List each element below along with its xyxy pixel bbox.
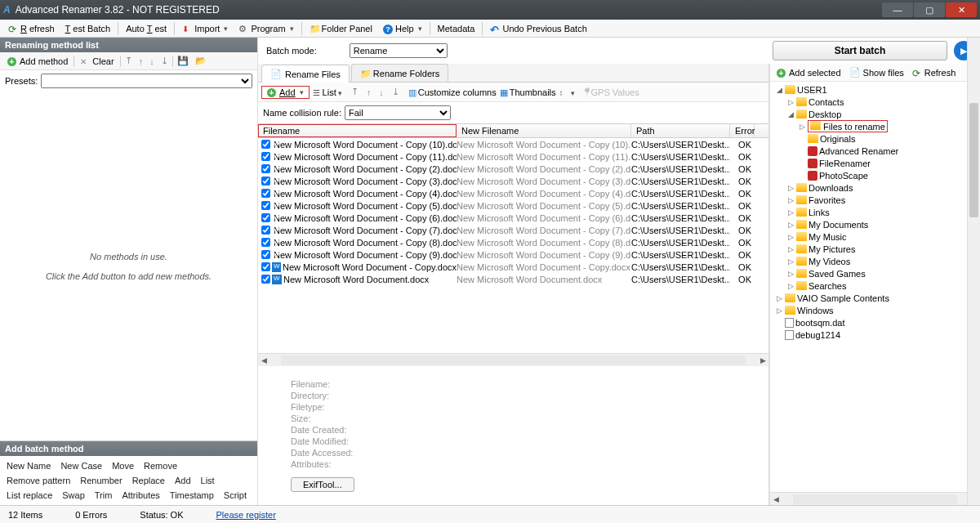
show-files-button[interactable]: 📄Show files bbox=[849, 67, 904, 78]
add-method-button[interactable]: Add method bbox=[3, 56, 72, 67]
file-row[interactable]: New Microsoft Word Document - Copy (3).d… bbox=[258, 175, 768, 187]
expand-icon[interactable]: ◢ bbox=[786, 110, 795, 118]
clear-methods-button[interactable]: Clear bbox=[76, 56, 118, 67]
tree-node[interactable]: ▷My Pictures bbox=[772, 243, 978, 255]
tree-node[interactable]: ▷Downloads bbox=[772, 181, 978, 194]
file-row[interactable]: New Microsoft Word Document - Copy (7).d… bbox=[258, 224, 768, 236]
import-menu[interactable]: Import bbox=[177, 23, 233, 34]
tree-node[interactable]: FileRenamer bbox=[772, 157, 978, 169]
row-checkbox[interactable] bbox=[261, 201, 270, 210]
col-filename[interactable]: Filename bbox=[258, 124, 457, 137]
tree-node[interactable]: ▷VAIO Sample Contents bbox=[772, 292, 978, 304]
expand-icon[interactable]: ▷ bbox=[786, 208, 795, 217]
tree-node[interactable]: ▷Favorites bbox=[772, 194, 978, 206]
tree-node[interactable]: ▷Saved Games bbox=[772, 267, 978, 279]
file-row[interactable]: New Microsoft Word Document - Copy.docxN… bbox=[258, 261, 768, 273]
refresh-button[interactable]: RRefreshefresh bbox=[3, 23, 60, 34]
expand-icon[interactable]: ◢ bbox=[775, 86, 783, 94]
expand-icon[interactable]: ▷ bbox=[786, 257, 795, 266]
batch-method-trim[interactable]: Trim bbox=[95, 490, 113, 500]
tab-rename-files[interactable]: 📄Rename Files bbox=[261, 65, 350, 83]
batch-method-new-name[interactable]: New Name bbox=[7, 461, 51, 471]
tree-node[interactable]: ◢USER1 bbox=[772, 83, 978, 96]
file-row[interactable]: New Microsoft Word Document - Copy (9).d… bbox=[258, 248, 768, 261]
row-checkbox[interactable] bbox=[261, 164, 270, 173]
save-method-icon[interactable]: 💾 bbox=[175, 56, 191, 66]
row-checkbox[interactable] bbox=[261, 140, 270, 149]
move-top-icon[interactable]: ⤒ bbox=[349, 87, 361, 97]
expand-icon[interactable]: ▷ bbox=[786, 98, 795, 106]
program-menu[interactable]: Program bbox=[234, 23, 298, 34]
expand-icon[interactable]: ▷ bbox=[786, 184, 795, 192]
batch-method-replace[interactable]: Replace bbox=[132, 476, 165, 485]
file-row[interactable]: New Microsoft Word Document - Copy (11).… bbox=[258, 150, 768, 163]
close-button[interactable]: ✕ bbox=[946, 2, 977, 17]
tree-node[interactable]: ▷My Music bbox=[772, 230, 978, 243]
batch-method-move[interactable]: Move bbox=[112, 461, 134, 471]
batch-method-attributes[interactable]: Attributes bbox=[122, 490, 159, 500]
batch-mode-select[interactable]: Rename bbox=[350, 43, 448, 58]
row-checkbox[interactable] bbox=[261, 275, 270, 284]
presets-select[interactable] bbox=[41, 74, 252, 88]
vertical-scrollbar[interactable] bbox=[967, 38, 980, 505]
move-bottom-icon[interactable]: ⤓ bbox=[390, 87, 402, 97]
tab-rename-folders[interactable]: Rename Folders bbox=[351, 64, 448, 82]
maximize-button[interactable]: ▢ bbox=[914, 2, 945, 17]
tree-node[interactable]: ▷My Documents bbox=[772, 218, 978, 230]
row-checkbox[interactable] bbox=[261, 238, 270, 247]
file-row[interactable]: New Microsoft Word Document - Copy (6).d… bbox=[258, 212, 768, 224]
tree-node[interactable]: bootsqm.dat bbox=[772, 316, 978, 329]
row-checkbox[interactable] bbox=[261, 226, 270, 235]
start-batch-button[interactable]: Start batch bbox=[773, 41, 947, 60]
file-row[interactable]: New Microsoft Word Document - Copy (5).d… bbox=[258, 199, 768, 212]
move-top-icon[interactable]: ⤒ bbox=[122, 56, 135, 66]
tree-node[interactable]: ▷Searches bbox=[772, 279, 978, 292]
gps-values-button[interactable]: GPS Values bbox=[581, 87, 639, 97]
please-register-link[interactable]: Please register bbox=[216, 510, 276, 520]
undo-button[interactable]: Undo Previous Batch bbox=[485, 23, 591, 34]
tree-node[interactable]: ▷ Files to rename bbox=[772, 120, 978, 132]
collision-select[interactable]: Fail bbox=[345, 105, 451, 120]
sort-menu[interactable] bbox=[559, 87, 575, 97]
expand-icon[interactable]: ▷ bbox=[786, 196, 795, 204]
col-new-filename[interactable]: New Filename bbox=[457, 124, 631, 137]
batch-method-remove-pattern[interactable]: Remove pattern bbox=[7, 476, 70, 485]
horizontal-scrollbar[interactable]: ◀▶ bbox=[258, 353, 768, 366]
tree-node[interactable]: ▷Contacts bbox=[772, 96, 978, 108]
row-checkbox[interactable] bbox=[261, 250, 270, 259]
tree-refresh-button[interactable]: Refresh bbox=[912, 68, 956, 78]
expand-icon[interactable]: ▷ bbox=[786, 233, 795, 241]
row-checkbox[interactable] bbox=[261, 262, 270, 271]
file-row[interactable]: New Microsoft Word Document - Copy (8).d… bbox=[258, 236, 768, 248]
batch-method-script[interactable]: Script bbox=[224, 490, 247, 500]
minimize-button[interactable]: — bbox=[882, 2, 913, 17]
metadata-button[interactable]: Metadata bbox=[433, 23, 480, 34]
tree-node[interactable]: Advanced Renamer bbox=[772, 145, 978, 157]
file-row[interactable]: New Microsoft Word Document.docxNew Micr… bbox=[258, 273, 768, 285]
col-path[interactable]: Path bbox=[631, 124, 730, 137]
tree-node[interactable]: Originals bbox=[772, 132, 978, 145]
thumbnails-button[interactable]: Thumbnails bbox=[500, 87, 556, 97]
customize-columns-button[interactable]: Customize columns bbox=[408, 87, 497, 97]
expand-icon[interactable]: ▷ bbox=[786, 282, 795, 290]
expand-icon[interactable]: ▷ bbox=[775, 294, 783, 302]
file-row[interactable]: New Microsoft Word Document - Copy (2).d… bbox=[258, 163, 768, 175]
expand-icon[interactable]: ▷ bbox=[786, 221, 795, 229]
row-checkbox[interactable] bbox=[261, 189, 270, 198]
batch-method-renumber[interactable]: Renumber bbox=[80, 476, 122, 485]
batch-method-list[interactable]: List bbox=[201, 476, 215, 485]
batch-method-remove[interactable]: Remove bbox=[144, 461, 177, 471]
move-bottom-icon[interactable]: ⤓ bbox=[158, 56, 171, 66]
expand-icon[interactable]: ▷ bbox=[786, 245, 795, 253]
tree-node[interactable]: ▷Links bbox=[772, 206, 978, 218]
move-up-icon[interactable]: ↑ bbox=[364, 87, 374, 97]
add-selected-button[interactable]: Add selected bbox=[777, 68, 841, 78]
folder-panel-button[interactable]: Folder Panel bbox=[305, 23, 377, 34]
batch-method-timestamp[interactable]: Timestamp bbox=[170, 490, 214, 500]
file-row[interactable]: New Microsoft Word Document - Copy (10).… bbox=[258, 138, 768, 150]
move-down-icon[interactable]: ↓ bbox=[147, 56, 157, 66]
row-checkbox[interactable] bbox=[261, 177, 270, 186]
file-row[interactable]: New Microsoft Word Document - Copy (4).d… bbox=[258, 187, 768, 199]
row-checkbox[interactable] bbox=[261, 213, 270, 222]
add-files-button[interactable]: Add bbox=[261, 86, 310, 99]
